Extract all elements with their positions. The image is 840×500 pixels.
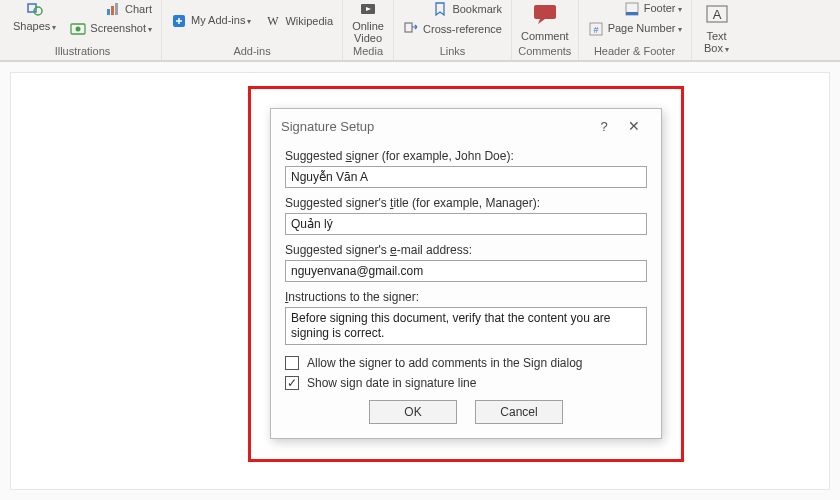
footer-button[interactable]: Footer▾: [585, 0, 685, 18]
signer-title-field: Suggested signer's title (for example, M…: [285, 196, 647, 235]
screenshot-label: Screenshot▾: [90, 22, 152, 36]
instructions-label: Instructions to the signer:: [285, 290, 647, 304]
page-number-button[interactable]: # Page Number▾: [585, 20, 685, 38]
ribbon-group-links: Bookmark Cross-reference Links: [394, 0, 512, 60]
bookmark-label: Bookmark: [452, 3, 502, 15]
svg-text:#: #: [593, 25, 598, 35]
allow-comments-row[interactable]: Allow the signer to add comments in the …: [285, 356, 647, 370]
allow-comments-label: Allow the signer to add comments in the …: [307, 356, 583, 370]
svg-rect-3: [111, 6, 114, 15]
page-number-icon: #: [588, 21, 604, 37]
svg-text:W: W: [268, 14, 280, 28]
header-footer-stack: Footer▾ # Page Number▾: [585, 0, 685, 38]
ribbon-group-text: A Text Box▾: [692, 0, 742, 60]
svg-rect-11: [534, 5, 556, 19]
signer-field: Suggested signer (for example, John Doe)…: [285, 149, 647, 188]
text-box-button[interactable]: A Text Box▾: [698, 0, 736, 57]
ok-button[interactable]: OK: [369, 400, 457, 424]
wikipedia-icon: W: [265, 13, 281, 29]
cancel-button[interactable]: Cancel: [475, 400, 563, 424]
links-group-label: Links: [400, 44, 505, 58]
show-date-checkbox[interactable]: ✓: [285, 376, 299, 390]
ribbon-group-addins: My Add-ins▾ W Wikipedia Add-ins: [162, 0, 343, 60]
shapes-label: Shapes▾: [13, 20, 56, 34]
ribbon-group-illustrations: Shapes▾ Chart Screenshot▾ Illustrations: [4, 0, 162, 60]
media-group-label: Media: [349, 44, 387, 58]
cross-reference-label: Cross-reference: [423, 23, 502, 35]
help-button[interactable]: ?: [591, 119, 617, 134]
text-box-icon: A: [704, 1, 730, 27]
signer-email-label: Suggested signer's e-mail address:: [285, 243, 647, 257]
shapes-icon: [27, 1, 43, 17]
video-icon: [360, 1, 376, 17]
ribbon-group-header-footer: Footer▾ # Page Number▾ Header & Footer: [579, 0, 692, 60]
ribbon-group-comments: Comment Comments: [512, 0, 579, 60]
chart-button[interactable]: Chart: [67, 0, 155, 18]
instructions-field: Instructions to the signer:: [285, 290, 647, 348]
ribbon-group-media: Online Video Media: [343, 0, 394, 60]
footer-label: Footer▾: [644, 2, 682, 16]
bookmark-button[interactable]: Bookmark: [400, 0, 505, 18]
signer-email-field: Suggested signer's e-mail address:: [285, 243, 647, 282]
show-date-label: Show sign date in signature line: [307, 376, 476, 390]
signer-email-input[interactable]: [285, 260, 647, 282]
svg-rect-13: [626, 12, 638, 15]
screenshot-icon: [70, 21, 86, 37]
svg-rect-10: [405, 23, 412, 32]
show-date-row[interactable]: ✓ Show sign date in signature line: [285, 376, 647, 390]
comment-label: Comment: [521, 30, 569, 42]
my-addins-button[interactable]: My Add-ins▾: [168, 12, 254, 30]
signature-setup-dialog: Signature Setup ? ✕ Suggested signer (fo…: [270, 108, 662, 439]
addins-icon: [171, 13, 187, 29]
links-stack: Bookmark Cross-reference: [400, 0, 505, 38]
svg-rect-2: [107, 9, 110, 15]
shapes-button[interactable]: Shapes▾: [10, 0, 59, 35]
chart-icon: [105, 1, 121, 17]
cross-reference-button[interactable]: Cross-reference: [400, 20, 505, 38]
dialog-buttons: OK Cancel: [285, 400, 647, 424]
wikipedia-label: Wikipedia: [285, 15, 333, 27]
ribbon: Shapes▾ Chart Screenshot▾ Illustrations …: [0, 0, 840, 62]
signer-title-input[interactable]: [285, 213, 647, 235]
bookmark-icon: [432, 1, 448, 17]
addins-group-label: Add-ins: [168, 44, 336, 58]
svg-rect-4: [115, 3, 118, 15]
dialog-title: Signature Setup: [281, 119, 591, 134]
instructions-input[interactable]: [285, 307, 647, 345]
dialog-body: Suggested signer (for example, John Doe)…: [271, 143, 661, 438]
cross-reference-icon: [403, 21, 419, 37]
footer-icon: [624, 1, 640, 17]
allow-comments-checkbox[interactable]: [285, 356, 299, 370]
header-footer-group-label: Header & Footer: [585, 44, 685, 58]
chart-label: Chart: [125, 3, 152, 15]
signer-input[interactable]: [285, 166, 647, 188]
my-addins-label: My Add-ins▾: [191, 14, 251, 28]
illustrations-stack: Chart Screenshot▾: [67, 0, 155, 38]
svg-text:A: A: [712, 7, 721, 22]
online-video-button[interactable]: Online Video: [349, 0, 387, 45]
illustrations-group-label: Illustrations: [10, 44, 155, 58]
comment-icon: [532, 1, 558, 27]
screenshot-button[interactable]: Screenshot▾: [67, 20, 155, 38]
text-box-label: Text Box▾: [704, 30, 729, 56]
signer-title-label: Suggested signer's title (for example, M…: [285, 196, 647, 210]
svg-point-6: [76, 27, 81, 32]
dialog-titlebar[interactable]: Signature Setup ? ✕: [271, 109, 661, 143]
svg-point-1: [34, 7, 42, 15]
page-number-label: Page Number▾: [608, 22, 682, 36]
signer-label: Suggested signer (for example, John Doe)…: [285, 149, 647, 163]
comments-group-label: Comments: [518, 44, 572, 58]
online-video-label: Online Video: [352, 20, 384, 44]
wikipedia-button[interactable]: W Wikipedia: [262, 12, 336, 30]
close-button[interactable]: ✕: [617, 118, 651, 134]
comment-button[interactable]: Comment: [518, 0, 572, 43]
